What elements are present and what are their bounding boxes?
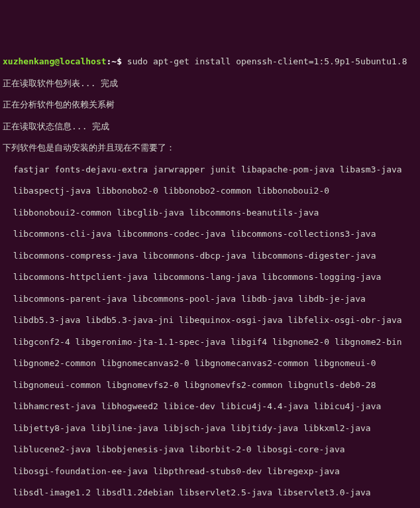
- package-line: libgconf2-4 libgeronimo-jta-1.1-spec-jav…: [3, 337, 417, 348]
- package-line: libcommons-cli-java libcommons-codec-jav…: [3, 229, 417, 239]
- package-line: libaspectj-java libbonobo2-0 libbonobo2-…: [3, 186, 417, 196]
- package-line: libgnomeui-common libgnomevfs2-0 libgnom…: [3, 380, 417, 391]
- package-line: fastjar fonts-dejavu-extra jarwrapper ju…: [3, 164, 417, 175]
- package-line: libcommons-compress-java libcommons-dbcp…: [3, 251, 417, 261]
- path: :~$: [107, 56, 122, 66]
- user-host: xuzhenkang@localhost: [3, 56, 107, 66]
- package-line: libhamcrest-java libhogweed2 libice-dev …: [3, 401, 417, 412]
- prompt-line[interactable]: xuzhenkang@localhost:~$ sudo apt-get ins…: [3, 56, 417, 67]
- building-dependency-tree: 正在分析软件包的依赖关系树: [3, 99, 417, 110]
- package-line: libjetty8-java libjline-java libjsch-jav…: [3, 423, 417, 434]
- package-line: libosgi-foundation-ee-java libpthread-st…: [3, 466, 417, 477]
- reading-package-lists: 正在读取软件包列表... 完成: [3, 78, 417, 89]
- package-line: libgnome2-common libgnomecanvas2-0 libgn…: [3, 358, 417, 369]
- package-line: libdb5.3-java libdb5.3-java-jni libequin…: [3, 315, 417, 326]
- package-line: libcommons-httpclient-java libcommons-la…: [3, 272, 417, 283]
- package-line: libcommons-parent-java libcommons-pool-j…: [3, 294, 417, 304]
- package-line: liblucene2-java libobjenesis-java liborb…: [3, 444, 417, 455]
- auto-installed-header: 下列软件包是自动安装的并且现在不需要了：: [3, 143, 417, 153]
- reading-state: 正在读取状态信息... 完成: [3, 121, 417, 132]
- terminal-output: xuzhenkang@localhost:~$ sudo apt-get ins…: [3, 46, 417, 508]
- package-line: libbonoboui2-common libcglib-java libcom…: [3, 208, 417, 218]
- command-text: sudo apt-get install openssh-client=1:5.…: [127, 56, 407, 66]
- package-line: libsdl-image1.2 libsdl1.2debian libservl…: [3, 487, 417, 498]
